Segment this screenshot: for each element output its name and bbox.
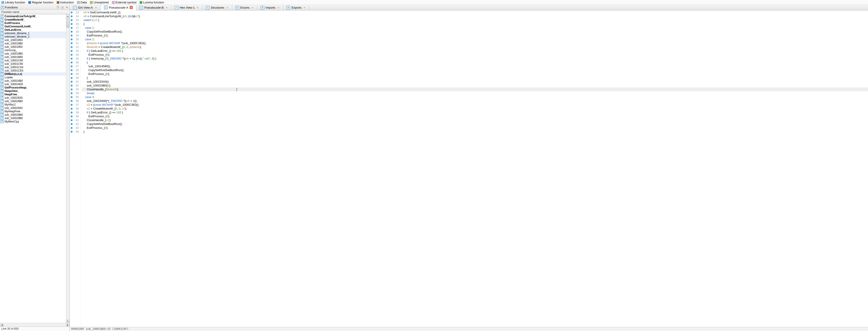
breakpoint-dot-icon[interactable] xyxy=(70,104,73,106)
gutter-row[interactable]: 29 xyxy=(70,72,80,76)
code-line[interactable]: case 1: xyxy=(82,26,868,30)
tab-close-icon[interactable]: ✕ xyxy=(251,6,254,9)
function-row[interactable]: fHeapFree_ xyxy=(0,93,66,96)
gutter-row[interactable]: 17 xyxy=(70,26,80,30)
breakpoint-dot-icon[interactable] xyxy=(70,89,73,90)
tab[interactable]: EEnums✕ xyxy=(232,5,257,10)
code-line[interactable]: sub_10015400(*(_DWORD *)(v6 + 4)); xyxy=(82,99,868,103)
breakpoint-dot-icon[interactable] xyxy=(70,85,73,87)
code-line[interactable]: ExitProcess_(0); xyxy=(82,126,868,130)
code-line[interactable]: case 3: xyxy=(82,95,868,99)
tab[interactable]: ⬇Imports✕ xyxy=(257,5,283,10)
tab[interactable]: ⬆Exports✕ xyxy=(283,5,309,10)
function-row[interactable]: funknown_libname_2 xyxy=(0,35,66,38)
code-line[interactable]: v2 = CreateMutexW_(0, 0, v3); xyxy=(82,107,868,110)
gutter-row[interactable]: 23 xyxy=(70,49,80,53)
breakpoint-dot-icon[interactable] xyxy=(70,65,73,67)
function-row[interactable]: fGetProcessHeap_ xyxy=(0,86,66,89)
code-line[interactable]: case 2: xyxy=(82,37,868,41)
functions-list[interactable]: fCommandLineToArgvW_fCreateMutexW_fExitP… xyxy=(0,14,66,323)
gutter-row[interactable]: 24 xyxy=(70,53,80,57)
gutter-row[interactable]: 34 xyxy=(70,91,80,95)
function-row[interactable]: fsub_100024B0 xyxy=(0,79,66,82)
functions-hscrollbar[interactable]: ◀ ▶ xyxy=(0,323,69,327)
panel-restore-icon[interactable]: ❐ xyxy=(56,6,60,9)
function-row[interactable]: fsub_10002840 xyxy=(0,106,66,109)
gutter-row[interactable]: 44 xyxy=(70,130,80,134)
tab-close-icon[interactable]: ✕ xyxy=(226,6,229,9)
tab-close-icon[interactable]: ✕ xyxy=(130,6,133,9)
scroll-left-icon[interactable]: ◀ xyxy=(0,323,4,327)
function-row[interactable]: fsub_10001900 xyxy=(0,45,66,48)
code-line[interactable]: { xyxy=(82,61,868,64)
gutter-row[interactable]: 20 xyxy=(70,37,80,41)
breakpoint-dot-icon[interactable] xyxy=(70,119,73,121)
code-line[interactable]: MutexW = CreateMutexW_(0, 0, lpName); xyxy=(82,45,868,49)
function-row[interactable]: fsub_10001C90 xyxy=(0,62,66,65)
tab-close-icon[interactable]: ✕ xyxy=(277,6,280,9)
code-line[interactable]: sub_100019B0(0); xyxy=(82,84,868,88)
breakpoint-dot-icon[interactable] xyxy=(70,127,73,129)
breakpoint-dot-icon[interactable] xyxy=(70,27,73,29)
tab-close-icon[interactable]: ✕ xyxy=(94,6,97,9)
function-row[interactable]: fExitProcess_ xyxy=(0,21,66,25)
function-row[interactable]: fHeapAlloc_ xyxy=(0,89,66,93)
tab-close-icon[interactable]: ✕ xyxy=(303,6,306,9)
gutter-row[interactable]: 16 xyxy=(70,22,80,26)
code-line[interactable]: CopySelfAndSetBootRun(); xyxy=(82,68,868,72)
function-row[interactable]: fGetLastError_ xyxy=(0,28,66,31)
code-line[interactable]: v0 = GetCommandLineW_(); xyxy=(82,10,868,14)
breakpoint-dot-icon[interactable] xyxy=(70,62,73,63)
function-row[interactable]: fsub_10001850 xyxy=(0,38,66,42)
code-line[interactable]: CopySelfAndSetBootRun(); xyxy=(82,122,868,126)
gutter-row[interactable]: 32 xyxy=(70,84,80,88)
code-line[interactable]: ExitProcess_(0); xyxy=(82,53,868,57)
function-row[interactable]: fMyHeapFree xyxy=(0,109,66,113)
gutter-row[interactable]: 33 xyxy=(70,88,80,91)
breakpoint-dot-icon[interactable] xyxy=(70,131,73,133)
gutter-row[interactable]: 41 xyxy=(70,118,80,122)
breakpoint-dot-icon[interactable] xyxy=(70,115,73,117)
function-row[interactable]: fsub_100028B0 xyxy=(0,113,66,117)
breakpoint-dot-icon[interactable] xyxy=(70,31,73,33)
breakpoint-dot-icon[interactable] xyxy=(70,73,73,75)
breakpoint-dot-icon[interactable] xyxy=(70,50,73,52)
breakpoint-dot-icon[interactable] xyxy=(70,46,73,48)
panel-popout-icon[interactable]: ◫ xyxy=(61,6,64,9)
code-line[interactable]: ExitProcess_(0); xyxy=(82,34,868,37)
functions-column-header[interactable]: Function name xyxy=(0,10,69,14)
function-row[interactable]: fMyMemCpy xyxy=(0,120,66,123)
tab[interactable]: ▢IDA View-A✕ xyxy=(70,5,101,10)
breakpoint-dot-icon[interactable] xyxy=(70,123,73,125)
breakpoint-dot-icon[interactable] xyxy=(70,111,73,113)
breakpoint-dot-icon[interactable] xyxy=(70,23,73,25)
gutter-row[interactable]: 25 xyxy=(70,57,80,61)
gutter-row[interactable]: 35 xyxy=(70,95,80,99)
gutter-row[interactable]: 43 xyxy=(70,126,80,130)
breakpoint-dot-icon[interactable] xyxy=(70,19,73,21)
breakpoint-dot-icon[interactable] xyxy=(70,35,73,36)
code-line[interactable]: ExitProcess_(0); xyxy=(82,114,868,118)
code-line[interactable]: v3 = (const WCHAR *)sub_1000C3E0(); xyxy=(82,103,868,107)
code-line[interactable]: lpName = (const WCHAR *)sub_1000C3E0(); xyxy=(82,41,868,45)
code-content[interactable]: v0 = GetCommandLineW_(); v6 = CommandLin… xyxy=(81,10,868,327)
breakpoint-dot-icon[interactable] xyxy=(70,15,73,17)
function-row[interactable]: fsub_10002630 xyxy=(0,96,66,99)
gutter-row[interactable]: 19 xyxy=(70,34,80,37)
gutter-row[interactable]: 21 xyxy=(70,41,80,45)
function-row[interactable]: fCommandLineToArgvW_ xyxy=(0,14,66,18)
scroll-thumb[interactable] xyxy=(66,19,69,28)
tab-close-icon[interactable]: ✕ xyxy=(196,6,199,9)
breakpoint-dot-icon[interactable] xyxy=(70,11,73,13)
gutter-row[interactable]: 28 xyxy=(70,68,80,72)
gutter-row[interactable]: 18 xyxy=(70,30,80,34)
tab[interactable]: ०Hex View-1✕ xyxy=(172,5,203,10)
tab[interactable]: ▢Pseudocode-A✕ xyxy=(101,5,136,10)
breakpoint-dot-icon[interactable] xyxy=(70,81,73,82)
panel-close-icon[interactable]: ✕ xyxy=(65,6,69,9)
gutter-row[interactable]: 22 xyxy=(70,45,80,49)
code-line[interactable]: break; xyxy=(82,91,868,95)
gutter-row[interactable]: 13 xyxy=(70,10,80,14)
tab[interactable]: AStructures✕ xyxy=(203,5,232,10)
code-line[interactable]: sub_10014580(); xyxy=(82,64,868,68)
